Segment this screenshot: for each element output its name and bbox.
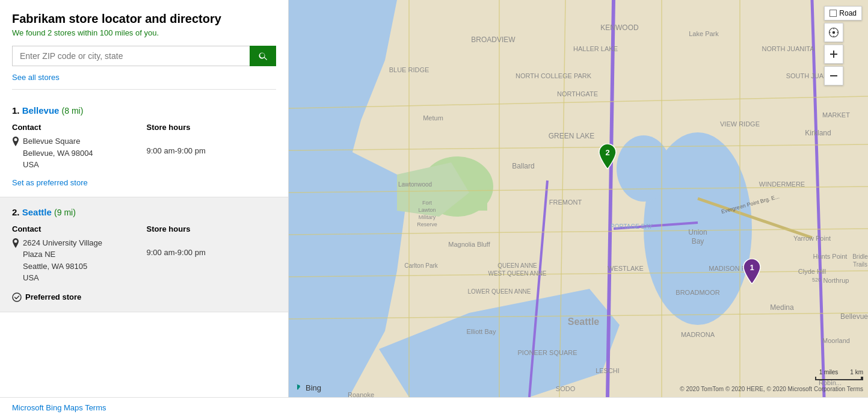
svg-text:Seattle: Seattle — [568, 317, 600, 327]
gps-button[interactable] — [824, 23, 843, 42]
svg-text:Northrup: Northrup — [823, 277, 849, 284]
svg-text:WESTLAKE: WESTLAKE — [608, 265, 644, 272]
sidebar: Fabrikam store locator and directory We … — [0, 0, 289, 397]
svg-text:FREMONT: FREMONT — [549, 199, 582, 206]
svg-text:VIEW RIDGE: VIEW RIDGE — [720, 120, 760, 128]
contact-label-bellevue: Contact — [12, 123, 142, 132]
svg-text:Lawton: Lawton — [418, 207, 436, 213]
svg-text:BLUE RIDGE: BLUE RIDGE — [389, 66, 429, 73]
contact-col-bellevue: Contact Bellevue Square Bellevue, WA 980… — [12, 123, 142, 171]
svg-text:2: 2 — [605, 148, 609, 157]
svg-text:Lake Park: Lake Park — [689, 30, 719, 37]
svg-text:Ballard: Ballard — [512, 162, 534, 170]
scale-half — [816, 377, 862, 379]
svg-text:Yarrow Point: Yarrow Point — [793, 235, 831, 242]
map-controls: Road — [824, 6, 862, 85]
hours-col-bellevue: Store hours 9:00 am-9:00 pm — [147, 123, 277, 171]
location-pin-icon-seattle — [12, 238, 19, 250]
svg-text:LOWER QUEEN ANNE: LOWER QUEEN ANNE — [467, 288, 531, 295]
location-pin-icon-bellevue — [12, 137, 19, 148]
svg-text:Roanoke: Roanoke — [348, 391, 374, 397]
svg-text:NORTHGATE: NORTHGATE — [557, 90, 598, 97]
road-label: Road — [839, 9, 857, 17]
road-checkbox — [830, 10, 837, 17]
svg-text:Military: Military — [419, 214, 436, 220]
svg-text:PIONEER SQUARE: PIONEER SQUARE — [517, 349, 577, 356]
footer: Microsoft Bing Maps Terms — [0, 397, 868, 417]
svg-text:Medina: Medina — [770, 303, 794, 312]
svg-text:WINDERMERE: WINDERMERE — [759, 181, 805, 188]
svg-text:PORTAGE BAY: PORTAGE BAY — [611, 223, 653, 230]
store-name-bellevue[interactable]: Bellevue — [22, 105, 60, 116]
svg-text:Fort: Fort — [422, 200, 432, 206]
svg-text:Metum: Metum — [423, 114, 443, 122]
result-subtitle: We found 2 stores within 100 miles of yo… — [12, 28, 276, 37]
zoom-in-button[interactable] — [824, 45, 843, 64]
search-input[interactable] — [12, 46, 250, 66]
svg-text:SODO: SODO — [556, 385, 576, 392]
hours-col-seattle: Store hours 9:00 am-9:00 pm — [147, 224, 277, 284]
bing-maps-terms-link[interactable]: Microsoft Bing Maps Terms — [12, 403, 106, 412]
gps-icon — [828, 27, 839, 38]
svg-point-4 — [617, 135, 671, 202]
search-icon — [258, 51, 268, 61]
svg-text:Magnolia Bluff: Magnolia Bluff — [448, 241, 490, 248]
svg-text:Union: Union — [688, 228, 707, 236]
store-details-seattle: Contact 2624 University Village Plaza NE… — [12, 224, 276, 284]
scale-miles: 1 miles — [819, 369, 839, 375]
svg-text:Kirkland: Kirkland — [805, 129, 831, 137]
address-text-bellevue: Bellevue Square Bellevue, WA 98004 USA — [23, 135, 93, 171]
page-title: Fabrikam store locator and directory — [12, 12, 276, 26]
preferred-badge-seattle: Preferred store — [12, 292, 276, 302]
svg-text:QUEEN ANNE: QUEEN ANNE — [497, 262, 537, 269]
svg-text:LESCHI: LESCHI — [596, 367, 620, 374]
map-container: Evergreen Point Brg. E... — [289, 0, 868, 397]
svg-text:520: 520 — [812, 277, 821, 283]
svg-text:Bridle: Bridle — [852, 253, 868, 260]
svg-text:Moorland: Moorland — [822, 337, 850, 344]
address-row-seattle: 2624 University Village Plaza NE Seattle… — [12, 237, 142, 284]
svg-text:HALLER LAKE: HALLER LAKE — [573, 45, 618, 52]
search-button[interactable] — [250, 46, 276, 66]
store-index-2: 2. — [12, 207, 22, 217]
sidebar-top: Fabrikam store locator and directory We … — [0, 0, 288, 96]
svg-text:WEST QUEEN ANNE: WEST QUEEN ANNE — [488, 270, 546, 277]
svg-text:NORTH COLLEGE PARK: NORTH COLLEGE PARK — [516, 72, 592, 79]
plus-icon — [829, 49, 839, 59]
bing-label: Bing — [306, 383, 321, 392]
svg-text:GREEN LAKE: GREEN LAKE — [549, 132, 595, 140]
svg-text:Reserve: Reserve — [417, 221, 437, 227]
svg-text:Bay: Bay — [692, 237, 704, 246]
svg-text:BROADVIEW: BROADVIEW — [471, 36, 516, 44]
set-preferred-bellevue[interactable]: Set as preferred store — [12, 178, 276, 187]
map-pin-seattle[interactable]: 2 — [598, 144, 617, 171]
scale-bar: 1 miles 1 km — [815, 369, 863, 380]
svg-point-81 — [833, 31, 836, 34]
scale-line — [815, 377, 863, 380]
hours-label-seattle: Store hours — [147, 224, 277, 233]
svg-point-0 — [13, 293, 21, 301]
divider — [12, 89, 276, 90]
store-name-seattle[interactable]: Seattle — [22, 207, 52, 217]
svg-text:Bellevue: Bellevue — [840, 312, 868, 321]
map-background: Evergreen Point Brg. E... — [289, 0, 868, 397]
store-heading-bellevue: 1. Bellevue (8 mi) — [12, 105, 276, 116]
hours-text-bellevue: 9:00 am-9:00 pm — [147, 146, 277, 155]
address-text-seattle: 2624 University Village Plaza NE Seattle… — [23, 237, 102, 284]
contact-label-seattle: Contact — [12, 224, 142, 233]
zoom-out-button[interactable] — [824, 66, 843, 85]
svg-text:Carlton Park: Carlton Park — [404, 262, 439, 269]
svg-text:BROADMOOR: BROADMOOR — [676, 289, 719, 296]
store-card-bellevue: 1. Bellevue (8 mi) Contact Bellevue S — [0, 96, 288, 197]
hours-text-seattle: 9:00 am-9:00 pm — [147, 248, 277, 257]
store-heading-seattle: 2. Seattle (9 mi) — [12, 207, 276, 217]
store-distance-bellevue: (8 mi) — [62, 106, 84, 116]
map-attribution: © 2020 TomTom © 2020 HERE, © 2020 Micros… — [680, 386, 863, 392]
address-row-bellevue: Bellevue Square Bellevue, WA 98004 USA — [12, 135, 142, 171]
svg-text:MARKET: MARKET — [822, 111, 850, 119]
road-view-button[interactable]: Road — [824, 6, 862, 20]
store-distance-seattle: (9 mi) — [54, 208, 76, 217]
map-pin-bellevue[interactable]: 1 — [742, 259, 762, 286]
svg-text:Hunts Point: Hunts Point — [813, 253, 848, 260]
see-all-link[interactable]: See all stores — [12, 73, 60, 82]
